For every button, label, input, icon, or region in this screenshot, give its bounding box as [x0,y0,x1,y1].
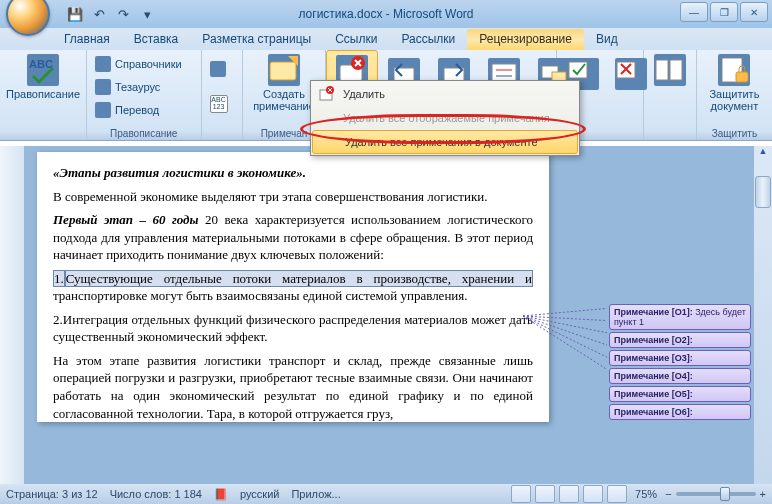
word-count-button[interactable]: ABC123 [206,93,239,115]
reject-icon [615,58,647,90]
svg-rect-14 [656,60,668,80]
comment-balloon[interactable]: Примечание [О1]: Здесь будет пункт 1 [609,304,751,330]
undo-icon[interactable]: ↶ [88,3,110,25]
status-language[interactable]: русский [240,488,279,500]
ribbon-tabs: Главная Вставка Разметка страницы Ссылки… [0,28,772,50]
status-word-count[interactable]: Число слов: 1 184 [110,488,202,500]
lock-icon [718,54,750,86]
vertical-ruler[interactable] [0,146,25,484]
doc-list-item: 1.Существующие отдельные потоки материал… [53,270,533,305]
comment-balloon[interactable]: Примечание [О2]: [609,332,751,348]
new-comment-label: Создать примечание [253,88,315,112]
set-language-button[interactable] [206,59,239,79]
zoom-slider[interactable] [676,492,756,496]
doc-heading: «Этапы развития логистики в экономике». [53,164,533,182]
vertical-scrollbar[interactable]: ▲ [753,146,772,484]
status-mode[interactable]: Прилож... [291,488,340,500]
document-page[interactable]: «Этапы развития логистики в экономике». … [37,152,549,422]
svg-line-20 [523,306,607,316]
status-bar: Страница: 3 из 12 Число слов: 1 184 📕 ру… [0,484,772,504]
proofing-group-title: Правописание [87,128,201,139]
comment-range[interactable]: Существующие отдельные потоки материалов… [65,270,533,287]
tab-page-layout[interactable]: Разметка страницы [190,29,323,50]
svg-line-22 [523,316,607,338]
compare-icon [654,54,686,86]
status-page[interactable]: Страница: 3 из 12 [6,488,98,500]
quick-access-toolbar: 💾 ↶ ↷ ▾ [64,3,158,25]
view-full-screen[interactable] [535,485,555,503]
tab-mailings[interactable]: Рассылки [389,29,467,50]
thesaurus-button[interactable]: Тезаурус [91,77,197,97]
close-button[interactable]: ✕ [740,2,768,22]
tab-review[interactable]: Рецензирование [467,29,584,50]
comment-range[interactable]: 1. [53,270,65,287]
delete-comment-dropdown: Удалить Удалить все отображаемые примеча… [310,80,580,156]
books-icon [95,56,111,72]
qa-dropdown-icon[interactable]: ▾ [136,3,158,25]
doc-para: Первый этап – 60 годы 20 века характериз… [53,211,533,264]
zoom-out-button[interactable]: − [665,488,671,500]
abc-check-icon: ABC [27,54,59,86]
status-proofing-icon[interactable]: 📕 [214,488,228,501]
translate-button[interactable]: Перевод [91,100,197,120]
svg-rect-17 [736,72,748,82]
comment-balloon[interactable]: Примечание [О4]: [609,368,751,384]
compare-button[interactable] [648,52,692,90]
scroll-thumb[interactable] [755,176,771,208]
zoom-slider-thumb[interactable] [720,487,730,501]
save-icon[interactable]: 💾 [64,3,86,25]
view-web-layout[interactable] [559,485,579,503]
maximize-button[interactable]: ❐ [710,2,738,22]
tab-insert[interactable]: Вставка [122,29,191,50]
tab-references[interactable]: Ссылки [323,29,389,50]
spelling-button[interactable]: ABC Правописание [4,52,82,102]
zoom-level[interactable]: 75% [635,488,657,500]
protect-document-button[interactable]: Защитить документ [701,52,768,114]
tab-home[interactable]: Главная [52,29,122,50]
protect-label: Защитить документ [709,88,759,112]
svg-rect-15 [670,60,682,80]
dropdown-delete-shown: Удалить все отображаемые примечания [311,107,579,129]
svg-line-25 [523,316,607,386]
comment-balloon[interactable]: Примечание [О6]: [609,404,751,420]
new-comment-icon [268,54,300,86]
research-button[interactable]: Справочники [91,54,197,74]
count-icon: ABC123 [210,95,228,113]
zoom-in-button[interactable]: + [760,488,766,500]
comment-connector-lines [523,306,607,396]
dropdown-delete-all[interactable]: Удалить все примечания в документе [312,130,578,154]
doc-para: В современной экономике выделяют три эта… [53,188,533,206]
comment-balloon[interactable]: Примечание [О5]: [609,386,751,402]
protect-group-title: Защитить [697,128,772,139]
doc-list-item: 2.Интеграция отдельных функций физическо… [53,311,533,346]
svg-text:ABC: ABC [29,58,53,70]
thesaurus-icon [95,79,111,95]
comments-panel: Примечание [О1]: Здесь будет пункт 1 При… [607,298,753,484]
tab-view[interactable]: Вид [584,29,630,50]
view-draft[interactable] [607,485,627,503]
svg-rect-1 [270,62,296,80]
view-outline[interactable] [583,485,603,503]
window-title: логистика.docx - Microsoft Word [298,7,473,21]
redo-icon[interactable]: ↷ [112,3,134,25]
dropdown-delete[interactable]: Удалить [311,81,579,107]
doc-para: На этом этапе развития логистики транспо… [53,352,533,422]
view-print-layout[interactable] [511,485,531,503]
spelling-label: Правописание [6,88,80,100]
comment-balloon[interactable]: Примечание [О3]: [609,350,751,366]
translate-icon [95,102,111,118]
minimize-button[interactable]: — [680,2,708,22]
globe-icon [210,61,226,77]
delete-icon [319,86,335,102]
